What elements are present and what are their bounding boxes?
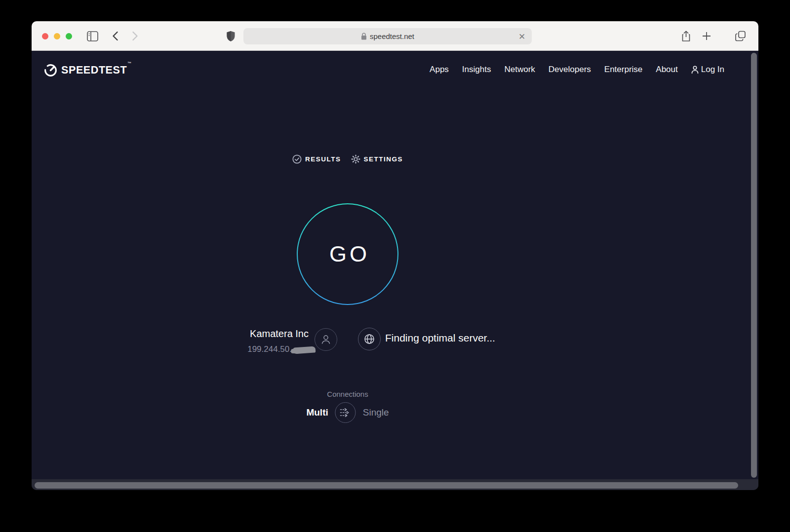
connections-toggle-button[interactable]	[335, 402, 356, 423]
connections-multi-option[interactable]: Multi	[306, 407, 328, 418]
main-nav: Apps Insights Network Developers Enterpr…	[430, 65, 724, 75]
stop-loading-icon[interactable]: ✕	[517, 32, 527, 41]
forward-button[interactable]	[129, 30, 141, 42]
connections-toggle-row: Multi Single	[306, 402, 389, 423]
lock-icon	[361, 33, 367, 40]
isp-name: Kamatera Inc	[195, 328, 309, 340]
gauge-icon	[43, 63, 58, 77]
privacy-shield-icon[interactable]	[225, 30, 237, 42]
nav-item-enterprise[interactable]: Enterprise	[604, 65, 642, 75]
address-bar[interactable]: speedtest.net ✕	[243, 28, 532, 44]
ip-redaction	[293, 346, 316, 354]
horizontal-scrollbar-track	[32, 479, 758, 490]
nav-item-about[interactable]: About	[656, 65, 677, 75]
speedtest-logo[interactable]: SPEEDTEST™	[43, 63, 131, 77]
go-button[interactable]: GO	[297, 203, 398, 305]
address-text: speedtest.net	[370, 32, 414, 40]
nav-item-insights[interactable]: Insights	[462, 65, 491, 75]
back-button[interactable]	[109, 30, 121, 42]
login-link[interactable]: Log In	[691, 65, 724, 75]
isp-ip: 199.244.50.	[195, 344, 316, 354]
browser-window: speedtest.net ✕ SPEEDTEST™ Apps Insights…	[32, 21, 758, 490]
server-selector-button[interactable]	[358, 328, 381, 350]
close-window-button[interactable]	[42, 33, 48, 39]
browser-toolbar: speedtest.net ✕	[32, 21, 758, 51]
nav-item-developers[interactable]: Developers	[549, 65, 591, 75]
check-circle-icon	[292, 154, 302, 164]
zoom-window-button[interactable]	[66, 33, 72, 39]
tab-results[interactable]: RESULTS	[292, 154, 341, 164]
nav-item-network[interactable]: Network	[504, 65, 535, 75]
minimize-window-button[interactable]	[54, 33, 60, 39]
connections-label: Connections	[327, 390, 368, 398]
nav-item-apps[interactable]: Apps	[430, 65, 449, 75]
sidebar-toggle-icon[interactable]	[86, 30, 98, 42]
server-status-text: Finding optimal server...	[385, 332, 495, 344]
gear-icon	[351, 154, 360, 164]
go-label: GO	[329, 241, 370, 267]
tab-settings[interactable]: SETTINGS	[351, 154, 403, 164]
globe-icon	[363, 333, 375, 345]
multi-connections-icon	[339, 407, 352, 418]
share-icon[interactable]	[680, 30, 692, 42]
subnav: RESULTS SETTINGS	[292, 154, 403, 164]
new-tab-icon[interactable]	[701, 30, 712, 42]
horizontal-scrollbar[interactable]	[35, 482, 738, 489]
user-icon	[320, 334, 331, 345]
person-icon	[691, 66, 699, 74]
isp-selector-button[interactable]	[315, 328, 337, 351]
connections-single-option[interactable]: Single	[363, 407, 389, 418]
logo-text: SPEEDTEST™	[61, 64, 131, 76]
tab-overview-icon[interactable]	[735, 30, 747, 42]
vertical-scrollbar[interactable]	[751, 53, 757, 478]
